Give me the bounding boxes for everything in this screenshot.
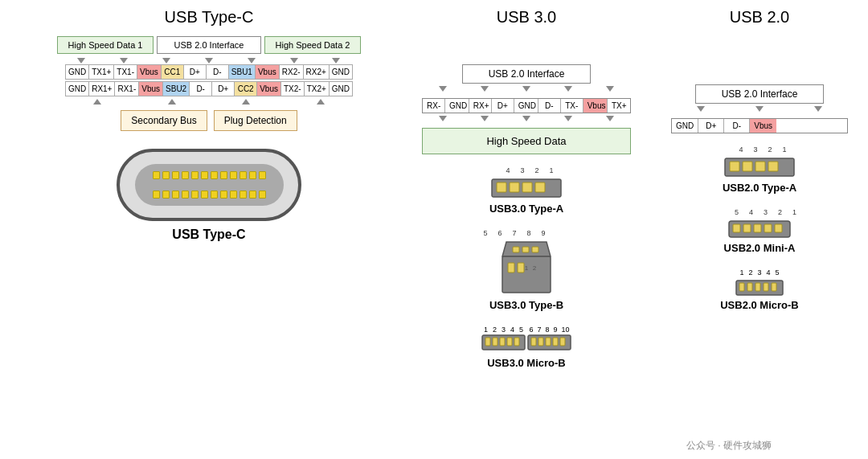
- usb20-typea-svg: [723, 157, 796, 179]
- pin-rx1m: RX1-: [115, 82, 139, 96]
- usb30-typeb-label: USB3.0 Type-B: [489, 299, 563, 311]
- usb20-typea-connector: 4 3 2 1 USB2.0 Type-A: [723, 145, 796, 194]
- connector-pin: [220, 171, 227, 179]
- arrow-icon: [77, 58, 85, 64]
- usb20-section: USB 2.0 USB 2.0 Interface GND D+ D- Vbus: [647, 8, 868, 451]
- svg-rect-25: [560, 338, 565, 346]
- svg-rect-22: [538, 338, 543, 346]
- svg-rect-28: [743, 162, 752, 171]
- microb-right-numbers: 6 7 8 9 10: [527, 326, 571, 334]
- usb2-interface-block: USB 2.0 Interface: [157, 36, 261, 54]
- usb20-microb-label: USB2.0 Micro-B: [720, 299, 799, 311]
- usb30-section: USB 3.0 USB 2.0 Interface RX- GND RX+ D+…: [406, 8, 647, 451]
- svg-rect-18: [507, 338, 512, 346]
- connector-pin: [172, 191, 179, 199]
- pin-cc2: CC2: [235, 82, 257, 96]
- arrow-icon: [290, 58, 298, 64]
- pin-dm: D-: [206, 65, 228, 80]
- usb20-pins-row: GND D+ D- Vbus: [671, 118, 848, 133]
- pin-rx-plus: RX+: [469, 99, 492, 113]
- arrow-icon: [332, 58, 340, 64]
- pin-vbus3: Vbus: [139, 82, 163, 96]
- pin-tx1p: TX1+: [89, 65, 114, 80]
- pin-tx1m: TX1-: [114, 65, 137, 80]
- usb-typec-section: USB Type-C High Speed Data 1 USB 2.0 Int…: [12, 8, 406, 451]
- svg-rect-7: [513, 247, 519, 252]
- arrow-up-icon: [317, 99, 325, 105]
- connector-pin: [191, 171, 199, 179]
- connector-pin: [259, 191, 266, 199]
- usb30-interface-box: USB 2.0 Interface: [462, 64, 591, 84]
- pin-rx1p: RX1+: [89, 82, 115, 96]
- hsd2-block: High Speed Data 2: [264, 36, 361, 54]
- arrows-row1: [60, 58, 358, 64]
- usb30-connectors: 4 3 2 1 USB3.0 Type-A: [481, 166, 571, 369]
- watermark: 公众号 · 硬件攻城狮: [686, 439, 772, 453]
- usb30-microb-wrapper: 1 2 3 4 5: [481, 326, 571, 354]
- arrow-down-icon: [755, 106, 764, 112]
- svg-rect-23: [546, 338, 551, 346]
- microb-right-svg: [527, 334, 571, 351]
- arrow-down-icon: [564, 116, 572, 121]
- svg-rect-29: [755, 162, 765, 171]
- usb30-arrows1: [422, 86, 631, 92]
- connector-pin: [230, 171, 237, 179]
- pin-dp: D+: [698, 119, 724, 133]
- pin-vbus: Vbus: [583, 99, 608, 113]
- svg-rect-17: [500, 338, 505, 346]
- svg-rect-40: [755, 283, 760, 291]
- usb30-arrows2: [422, 116, 631, 121]
- usb30a-pin-numbers: 4 3 2 1: [494, 166, 559, 174]
- typec-pin-row2: GND RX1+ RX1- Vbus SBU2 D- D+ CC2 Vbus T…: [65, 81, 353, 96]
- usb30-typeb-svg: 1 2: [498, 240, 555, 297]
- secondary-row: Secondary Bus Plug Detection: [121, 110, 297, 131]
- usb20-title: USB 2.0: [730, 8, 789, 27]
- svg-rect-34: [754, 224, 761, 232]
- arrow-down-icon: [481, 116, 489, 121]
- pin-gnd3: GND: [65, 82, 88, 96]
- pin-dm2: D-: [190, 82, 212, 96]
- pin-gnd: GND: [445, 99, 469, 113]
- usb20-microb-connector: 1 2 3 4 5 USB2.0 Micro-B: [720, 268, 799, 311]
- connector-pin: [201, 171, 208, 179]
- usb30-microb-label: USB3.0 Micro-B: [487, 357, 566, 369]
- connector-pin: [182, 171, 189, 179]
- connector-pins: [135, 164, 284, 206]
- svg-rect-41: [764, 283, 768, 291]
- pin-tx-minus: TX-: [561, 99, 583, 113]
- arrow-icon: [162, 58, 170, 64]
- usb30-typea-svg: [490, 178, 563, 200]
- connector-pin: [249, 171, 256, 179]
- usb30-microb-left: 1 2 3 4 5: [481, 326, 526, 354]
- pin-rx-minus: RX-: [423, 99, 445, 113]
- pin-dp: D+: [183, 65, 206, 80]
- connector-pin: [240, 191, 247, 199]
- connector-pin: [153, 191, 160, 199]
- connector-pin: [220, 191, 227, 199]
- usb20-minia-connector: 5 4 3 2 1 USB2.0 Mini-A: [724, 208, 796, 254]
- pin-tx-plus: TX+: [608, 99, 630, 113]
- connector-pin: [162, 191, 170, 199]
- hsd1-block: High Speed Data 1: [57, 36, 154, 54]
- pin-dp2: D+: [212, 82, 235, 96]
- arrow-down-icon: [606, 86, 614, 92]
- typec-connector-body: [117, 149, 301, 221]
- svg-rect-6: [502, 256, 551, 293]
- arrow-up-icon: [168, 99, 176, 105]
- microb-left-svg: [481, 334, 526, 351]
- pin-vbus: Vbus: [750, 119, 776, 133]
- usb30-typea-connector: 4 3 2 1 USB3.0 Type-A: [489, 166, 563, 215]
- connector-pin: [201, 191, 208, 199]
- connector-pin: [259, 171, 266, 179]
- svg-rect-42: [772, 283, 776, 291]
- pin-gnd: GND: [65, 65, 88, 80]
- pin-gnd: GND: [672, 119, 698, 133]
- connector-pin: [162, 171, 170, 179]
- usb30-typea-label: USB3.0 Type-A: [489, 203, 563, 215]
- typec-connector-label: USB Type-C: [172, 227, 245, 242]
- pin-tx2m: TX2-: [280, 82, 304, 96]
- usb30-microb-connector: 1 2 3 4 5: [481, 326, 571, 369]
- arrow-down-icon: [606, 116, 614, 121]
- svg-rect-1: [497, 182, 506, 192]
- usb20-connectors: 4 3 2 1 USB2.0 Type-A 5 4: [720, 145, 799, 311]
